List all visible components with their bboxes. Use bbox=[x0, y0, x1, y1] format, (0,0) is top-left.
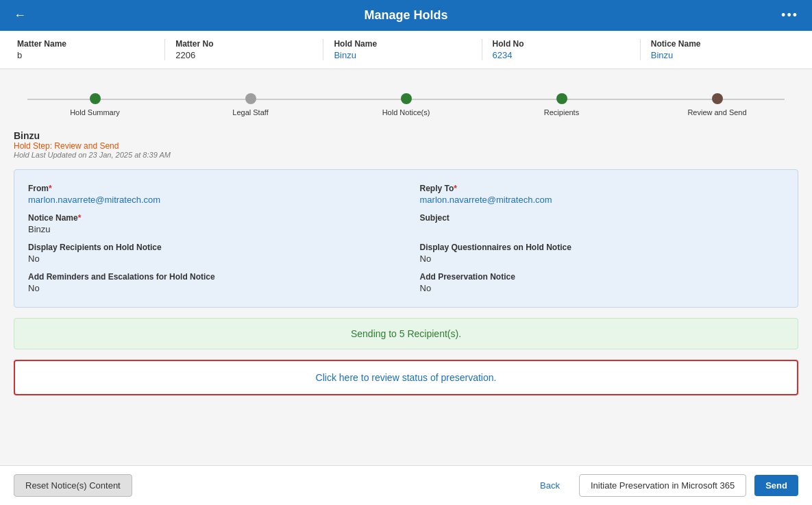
from-label: From* bbox=[28, 184, 393, 193]
info-bar: Matter Name b Matter No 2206 Hold Name B… bbox=[0, 31, 812, 69]
step-hold-summary[interactable]: Hold Summary bbox=[17, 93, 173, 116]
preservation-notice-value: No bbox=[420, 283, 785, 293]
step-dot-recipients bbox=[556, 93, 567, 104]
notice-name-value: Binzu bbox=[651, 50, 674, 60]
page-header: ← Manage Holds ••• bbox=[0, 0, 812, 31]
reply-to-field: Reply To* marlon.navarrete@mitratech.com bbox=[420, 184, 785, 205]
reminders-value: No bbox=[28, 283, 393, 293]
matter-no-label: Matter No bbox=[175, 39, 312, 49]
step-legal-staff[interactable]: Legal Staff bbox=[173, 93, 328, 116]
display-recipients-label: Display Recipients on Hold Notice bbox=[28, 243, 393, 252]
main-content: Hold Summary Legal Staff Hold Notice(s) … bbox=[0, 69, 812, 480]
reminders-field: Add Reminders and Escalations for Hold N… bbox=[28, 272, 393, 293]
display-questionnaires-label: Display Questionnaires on Hold Notice bbox=[420, 243, 785, 252]
notice-name-field: Notice Name Binzu bbox=[641, 39, 798, 60]
matter-no-value: 2206 bbox=[175, 50, 195, 60]
hold-name-label: Hold Name bbox=[334, 39, 471, 49]
preservation-link-text[interactable]: Click here to review status of preservat… bbox=[316, 372, 497, 383]
notice-grid: From* marlon.navarrete@mitratech.com Rep… bbox=[28, 184, 784, 293]
sending-bar: Sending to 5 Recipient(s). bbox=[14, 318, 798, 349]
notice-card: From* marlon.navarrete@mitratech.com Rep… bbox=[14, 169, 798, 308]
back-icon[interactable]: ← bbox=[14, 8, 26, 23]
hold-updated-label: Hold Last Updated on 23 Jan, 2025 at 8:3… bbox=[14, 151, 798, 159]
send-button[interactable]: Send bbox=[754, 475, 798, 480]
step-label-hold-summary: Hold Summary bbox=[70, 108, 120, 116]
step-label-legal-staff: Legal Staff bbox=[232, 108, 268, 116]
display-questionnaires-value: No bbox=[420, 254, 785, 264]
display-questionnaires-field: Display Questionnaires on Hold Notice No bbox=[420, 243, 785, 264]
step-review-send[interactable]: Review and Send bbox=[639, 93, 795, 116]
notice-name-card-label: Notice Name* bbox=[28, 213, 393, 223]
from-field: From* marlon.navarrete@mitratech.com bbox=[28, 184, 393, 205]
reply-to-value: marlon.navarrete@mitratech.com bbox=[420, 195, 785, 205]
step-hold-notices[interactable]: Hold Notice(s) bbox=[328, 93, 484, 116]
notice-name-card-value: Binzu bbox=[28, 224, 393, 234]
reset-notices-button[interactable]: Reset Notice(s) Content bbox=[14, 474, 132, 480]
stepper: Hold Summary Legal Staff Hold Notice(s) … bbox=[14, 93, 798, 116]
hold-info-section: Binzu Hold Step: Review and Send Hold La… bbox=[14, 130, 798, 159]
matter-name-field: Matter Name b bbox=[14, 39, 165, 60]
step-label-recipients: Recipients bbox=[544, 108, 579, 116]
hold-step-label: Hold Step: Review and Send bbox=[14, 141, 798, 151]
notice-name-card-field: Notice Name* Binzu bbox=[28, 213, 393, 234]
from-value: marlon.navarrete@mitratech.com bbox=[28, 195, 393, 205]
subject-field: Subject bbox=[420, 213, 785, 234]
hold-name-field: Hold Name Binzu bbox=[323, 39, 482, 60]
footer-right: Back Initiate Preservation in Microsoft … bbox=[529, 474, 798, 480]
back-button[interactable]: Back bbox=[529, 475, 571, 480]
subject-label: Subject bbox=[420, 213, 785, 223]
reminders-label: Add Reminders and Escalations for Hold N… bbox=[28, 272, 393, 282]
initiate-preservation-button[interactable]: Initiate Preservation in Microsoft 365 bbox=[579, 474, 746, 480]
more-options-icon[interactable]: ••• bbox=[781, 8, 798, 23]
notice-name-label: Notice Name bbox=[651, 39, 788, 49]
hold-display-name: Binzu bbox=[14, 130, 798, 141]
hold-no-value: 6234 bbox=[493, 50, 513, 60]
preservation-notice-field: Add Preservation Notice No bbox=[420, 272, 785, 293]
hold-no-label: Hold No bbox=[493, 39, 630, 49]
reply-to-label: Reply To* bbox=[420, 184, 785, 193]
matter-no-field: Matter No 2206 bbox=[165, 39, 323, 60]
sending-bar-text: Sending to 5 Recipient(s). bbox=[351, 328, 461, 339]
step-label-review-send: Review and Send bbox=[687, 108, 746, 116]
footer: Reset Notice(s) Content Back Initiate Pr… bbox=[0, 465, 812, 480]
step-label-hold-notices: Hold Notice(s) bbox=[382, 108, 430, 116]
hold-name-value: Binzu bbox=[334, 50, 356, 60]
step-dot-legal-staff bbox=[245, 93, 256, 104]
hold-no-field: Hold No 6234 bbox=[482, 39, 641, 60]
step-recipients[interactable]: Recipients bbox=[484, 93, 639, 116]
preservation-notice-label: Add Preservation Notice bbox=[420, 272, 785, 282]
display-recipients-field: Display Recipients on Hold Notice No bbox=[28, 243, 393, 264]
step-dot-hold-summary bbox=[90, 93, 101, 104]
matter-name-value: b bbox=[17, 50, 22, 60]
step-dot-hold-notices bbox=[401, 93, 412, 104]
page-title: Manage Holds bbox=[364, 8, 447, 23]
preservation-link-container[interactable]: Click here to review status of preservat… bbox=[14, 360, 798, 395]
step-dot-review-send bbox=[712, 93, 723, 104]
display-recipients-value: No bbox=[28, 254, 393, 264]
matter-name-label: Matter Name bbox=[17, 39, 154, 49]
